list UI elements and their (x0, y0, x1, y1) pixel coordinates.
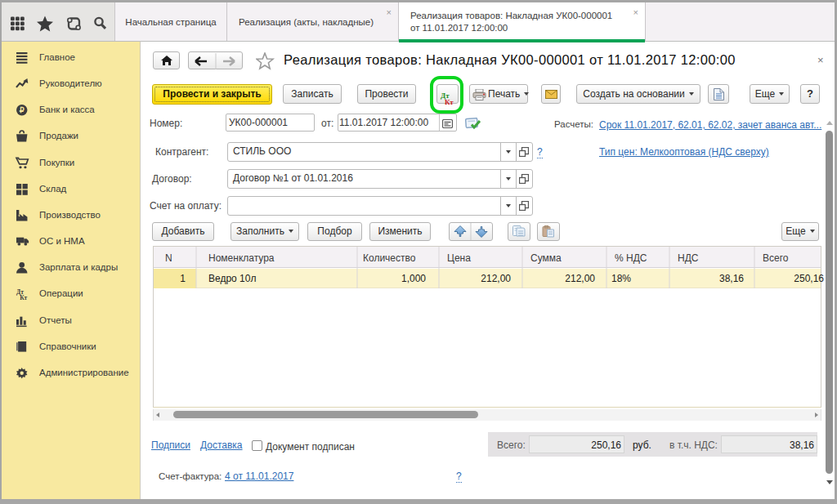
svg-text:Кт: Кт (20, 294, 27, 301)
svg-text:₽: ₽ (20, 106, 25, 114)
